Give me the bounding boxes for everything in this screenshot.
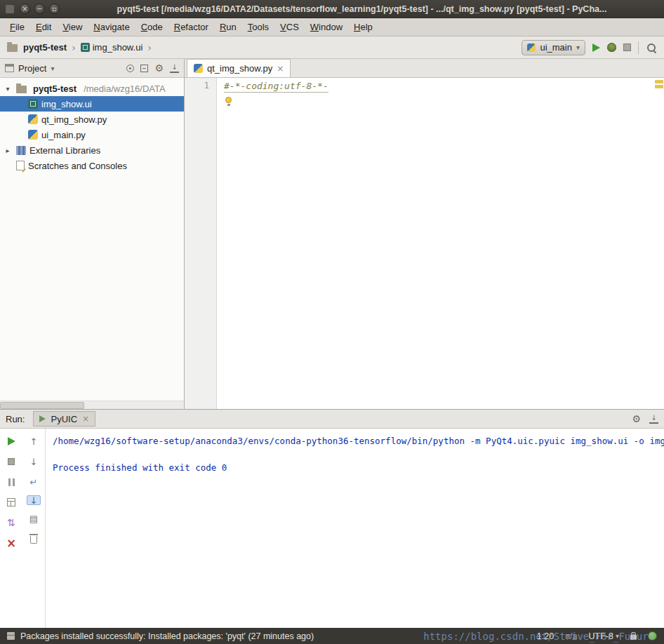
python-file-icon: [28, 130, 38, 140]
ui-file-icon: [28, 99, 38, 109]
chevron-down-icon: [616, 632, 619, 640]
debug-button[interactable]: [607, 43, 616, 52]
breadcrumb-separator-icon: [145, 42, 154, 53]
run-tab-pyuic[interactable]: PyUIC: [33, 411, 95, 427]
run-panel-header: Run: PyUIC: [0, 410, 664, 429]
breadcrumb-project[interactable]: pyqt5-test: [23, 42, 67, 53]
tool-window-icon: [5, 64, 14, 72]
hide-panel-icon[interactable]: [649, 415, 658, 424]
scrollbar-thumb[interactable]: [0, 402, 84, 409]
status-bar: Packages installed successfully: Install…: [0, 628, 664, 644]
pycharm-window: pyqt5-test [/media/wzg16/DATA2/Datasets/…: [0, 0, 664, 644]
window-maximize-button[interactable]: [49, 4, 60, 14]
warning-stripe-mark: [655, 85, 663, 88]
navigation-bar: pyqt5-test img_show.ui ui_main: [0, 36, 664, 59]
locate-file-icon[interactable]: [126, 65, 134, 72]
expand-arrow-icon[interactable]: [3, 85, 13, 93]
chevron-down-icon[interactable]: [51, 65, 54, 72]
code-editor[interactable]: 1 #-*-coding:utf-8-*-: [185, 78, 664, 409]
packages-event-icon[interactable]: [7, 632, 15, 640]
menu-bar: File Edit View Navigate Code Refactor Ru…: [0, 18, 664, 36]
caret-position[interactable]: 1:20: [537, 631, 554, 641]
tree-item-img-show-ui[interactable]: img_show.ui: [0, 96, 184, 112]
window-minimize-button[interactable]: [34, 4, 45, 14]
python-file-icon: [194, 64, 203, 73]
close-icon[interactable]: [277, 64, 284, 74]
run-configuration-select[interactable]: ui_main: [522, 40, 585, 55]
menu-item-file[interactable]: File: [4, 20, 30, 34]
tree-root-row[interactable]: pyqt5-test /media/wzg16/DATA: [0, 81, 184, 96]
collapse-all-icon[interactable]: [140, 65, 148, 72]
gear-icon[interactable]: [154, 63, 164, 73]
run-controls: ui_main: [522, 40, 657, 55]
run-tab-label: PyUIC: [51, 414, 77, 424]
tree-item-ui-main-py[interactable]: ui_main.py: [0, 127, 184, 142]
breadcrumb-file[interactable]: img_show.ui: [93, 42, 143, 53]
project-tool-window: Project pyqt5-test /media/wzg16/DATA: [0, 59, 185, 409]
hide-panel-icon[interactable]: [170, 64, 179, 73]
rerun-button[interactable]: [4, 434, 18, 448]
menu-item-refactor[interactable]: Refactor: [168, 20, 214, 34]
editor-tab-qt-img-show-py[interactable]: qt_img_show.py: [187, 59, 291, 77]
tree-item-qt-img-show-py[interactable]: qt_img_show.py: [0, 112, 184, 127]
project-panel-title[interactable]: Project: [18, 63, 46, 74]
run-tab-play-icon: [39, 415, 46, 422]
line-separator-indicator[interactable]: n/a: [565, 631, 577, 641]
menu-item-run[interactable]: Run: [214, 20, 242, 34]
tree-item-external-libraries[interactable]: External Libraries: [0, 142, 184, 158]
gear-icon[interactable]: [632, 414, 641, 424]
stop-button[interactable]: [4, 455, 18, 469]
inspections-indicator-icon[interactable]: [648, 631, 657, 640]
run-toolbar-column-1: [0, 434, 22, 628]
editor-code-area[interactable]: #-*-coding:utf-8-*-: [217, 78, 664, 409]
menu-item-navigate[interactable]: Navigate: [88, 20, 135, 34]
down-arrow-icon[interactable]: [27, 455, 41, 469]
scroll-to-end-icon[interactable]: [27, 495, 41, 505]
app-icon: [6, 5, 14, 13]
search-everywhere-button[interactable]: [646, 42, 657, 53]
print-console-icon[interactable]: [27, 511, 41, 525]
chevron-down-icon: [576, 43, 580, 51]
tree-root-name: pyqt5-test: [33, 83, 77, 94]
restore-layout-button[interactable]: [4, 495, 18, 509]
title-bar: pyqt5-test [/media/wzg16/DATA2/Datasets/…: [0, 0, 664, 18]
close-panel-button[interactable]: [4, 536, 18, 550]
project-horizontal-scrollbar[interactable]: [0, 401, 184, 409]
menu-item-edit[interactable]: Edit: [30, 20, 57, 34]
status-message: Packages installed successfully: Install…: [20, 631, 314, 641]
main-area: Project pyqt5-test /media/wzg16/DATA: [0, 59, 664, 409]
project-tree: pyqt5-test /media/wzg16/DATA img_show.ui…: [0, 78, 184, 409]
soft-wrap-icon[interactable]: [27, 475, 41, 489]
stop-button[interactable]: [623, 43, 631, 51]
intention-lightbulb-icon[interactable]: [225, 97, 232, 103]
breadcrumb-separator-icon: [69, 42, 78, 53]
tree-item-scratches[interactable]: Scratches and Consoles: [0, 158, 184, 173]
clear-console-icon[interactable]: [27, 532, 41, 546]
menu-item-tools[interactable]: Tools: [242, 20, 274, 34]
pause-output-button[interactable]: [4, 475, 18, 489]
close-icon[interactable]: [82, 414, 89, 424]
window-close-button[interactable]: [20, 4, 30, 14]
expand-arrow-icon[interactable]: [3, 147, 13, 154]
lock-icon[interactable]: [630, 635, 637, 640]
menu-item-code[interactable]: Code: [135, 20, 168, 34]
run-button[interactable]: [592, 43, 600, 52]
encoding-selector[interactable]: UTF-8: [589, 631, 619, 641]
tree-item-label: External Libraries: [29, 145, 100, 156]
menu-item-help[interactable]: Help: [348, 20, 378, 34]
up-arrow-icon[interactable]: [27, 434, 41, 448]
run-toolbar: [0, 429, 46, 628]
scratches-icon: [16, 161, 25, 170]
up-down-arrows-icon[interactable]: [4, 516, 18, 530]
project-panel-header: Project: [0, 59, 184, 78]
editor-tab-label: qt_img_show.py: [207, 63, 272, 74]
python-file-icon: [28, 114, 38, 124]
project-folder-icon: [7, 44, 18, 52]
editor-error-stripe[interactable]: [654, 78, 664, 409]
run-tool-window: Run: PyUIC: [0, 409, 664, 628]
menu-item-view[interactable]: View: [57, 20, 88, 34]
menu-item-vcs[interactable]: VCS: [274, 20, 305, 34]
run-console[interactable]: /home/wzg16/software-setup/anaconda3/env…: [46, 429, 664, 628]
window-title: pyqt5-test [/media/wzg16/DATA2/Datasets/…: [65, 4, 658, 14]
menu-item-window[interactable]: Window: [305, 20, 348, 34]
